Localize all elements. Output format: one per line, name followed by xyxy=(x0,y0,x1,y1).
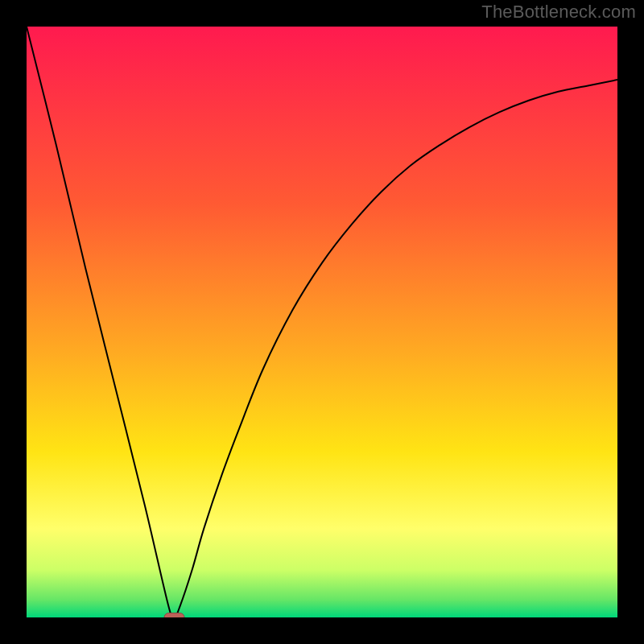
chart-svg xyxy=(27,27,617,617)
markers-group xyxy=(164,613,184,618)
gradient-background xyxy=(27,27,617,617)
plot-area xyxy=(27,27,617,617)
chart-frame: TheBottleneck.com xyxy=(0,0,644,644)
watermark-text: TheBottleneck.com xyxy=(481,2,636,23)
vertex-marker xyxy=(164,613,184,618)
